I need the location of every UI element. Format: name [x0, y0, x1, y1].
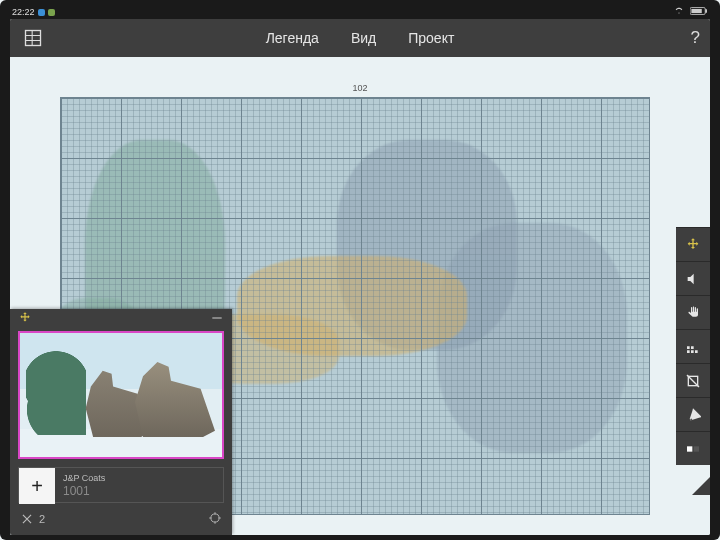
grid-step-tool[interactable] — [676, 329, 710, 363]
mini-panel: + J&P Coats 1001 2 — [10, 309, 232, 535]
thread-brand: J&P Coats — [63, 473, 215, 483]
collapse-tools-button[interactable] — [692, 477, 710, 495]
tool-column — [676, 227, 710, 465]
crop-tool[interactable] — [676, 363, 710, 397]
svg-rect-2 — [691, 9, 701, 13]
thread-code: 1001 — [63, 484, 215, 498]
canvas-area[interactable]: 102 71 — [10, 57, 710, 535]
notif-icon-2 — [48, 9, 55, 16]
tab-view[interactable]: Вид — [351, 19, 376, 57]
svg-rect-11 — [212, 317, 221, 318]
pan-tool[interactable] — [676, 295, 710, 329]
stitches-count: 2 — [39, 513, 45, 525]
status-bar: 22:22 — [10, 5, 710, 19]
mini-preview[interactable] — [18, 331, 224, 459]
close-x-icon — [20, 512, 34, 526]
marker-tool[interactable] — [676, 397, 710, 431]
sound-toggle[interactable] — [676, 261, 710, 295]
goto-target-button[interactable] — [208, 511, 222, 527]
add-thread-button[interactable]: + — [19, 468, 55, 504]
thread-row[interactable]: + J&P Coats 1001 — [18, 467, 224, 503]
status-time: 22:22 — [12, 7, 35, 17]
notif-icon — [38, 9, 45, 16]
svg-rect-3 — [26, 31, 41, 46]
svg-point-12 — [211, 514, 219, 522]
svg-rect-1 — [705, 9, 707, 12]
mini-move-icon[interactable] — [18, 311, 32, 329]
move-tool[interactable] — [676, 227, 710, 261]
svg-rect-10 — [694, 446, 699, 451]
tab-project[interactable]: Проект — [408, 19, 454, 57]
battery-icon — [690, 6, 708, 18]
palette-toggle[interactable] — [676, 431, 710, 465]
mini-minimize-button[interactable] — [210, 311, 224, 329]
app-bar: Легенда Вид Проект ? — [10, 19, 710, 57]
tab-legend[interactable]: Легенда — [266, 19, 319, 57]
wifi-icon — [673, 6, 685, 18]
ruler-top-label: 102 — [352, 83, 367, 93]
svg-rect-9 — [687, 446, 692, 451]
help-button[interactable]: ? — [691, 19, 700, 57]
app-menu-button[interactable] — [10, 28, 56, 48]
